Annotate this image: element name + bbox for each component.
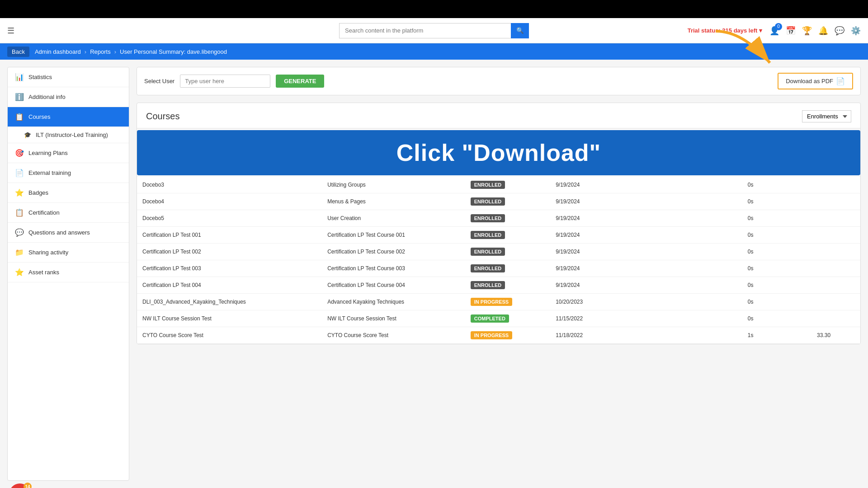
sidebar-item-additional-info[interactable]: ℹ️ Additional info xyxy=(8,87,129,107)
sidebar-label-certification: Certification xyxy=(28,209,60,216)
cell-score xyxy=(811,310,860,327)
cell-score xyxy=(811,193,860,210)
cell-total-time: 0s xyxy=(742,310,811,327)
cell-course-name: Docebo5 xyxy=(137,210,322,227)
generate-button[interactable]: GENERATE xyxy=(276,75,324,88)
certification-icon: 📋 xyxy=(15,208,24,217)
cell-credits xyxy=(655,260,742,277)
statistics-icon: 📊 xyxy=(15,73,24,81)
cell-course-type: Certification LP Test Course 002 xyxy=(322,244,465,260)
enrollments-filter[interactable]: Enrollments xyxy=(802,110,851,122)
table-row: CYTO Course Score Test CYTO Course Score… xyxy=(137,327,860,344)
cell-enrollment-date: 9/19/2024 xyxy=(550,244,655,260)
cell-credits xyxy=(655,327,742,344)
sidebar-label-courses: Courses xyxy=(28,113,50,120)
sidebar-label-statistics: Statistics xyxy=(28,74,52,80)
cell-score xyxy=(811,177,860,193)
status-badge: ENROLLED xyxy=(471,214,505,222)
back-button[interactable]: Back xyxy=(7,47,29,57)
cell-credits xyxy=(655,210,742,227)
cell-enrollment-date: 11/15/2022 xyxy=(550,310,655,327)
hamburger-icon[interactable]: ☰ xyxy=(7,26,14,36)
courses-header: Courses Enrollments xyxy=(137,103,860,128)
cell-score xyxy=(811,210,860,227)
sidebar-label-sharing: Sharing activity xyxy=(28,249,68,256)
sidebar: 📊 Statistics ℹ️ Additional info 📋 Course… xyxy=(7,67,129,481)
qa-icon: 💬 xyxy=(15,228,24,237)
additional-info-icon: ℹ️ xyxy=(15,93,24,101)
sidebar-label-additional-info: Additional info xyxy=(28,94,66,100)
cell-course-type: Utilizing Groups xyxy=(322,177,465,193)
cell-status: ENROLLED xyxy=(465,260,550,277)
cell-status: ENROLLED xyxy=(465,244,550,260)
courses-icon: 📋 xyxy=(15,113,24,121)
table-row: NW ILT Course Session Test NW ILT Course… xyxy=(137,310,860,327)
table-row: Certification LP Test 003 Certification … xyxy=(137,260,860,277)
asset-ranks-icon: ⭐ xyxy=(15,268,24,277)
cell-total-time: 1s xyxy=(742,327,811,344)
sidebar-item-certification[interactable]: 📋 Certification xyxy=(8,203,129,223)
cell-status: ENROLLED xyxy=(465,227,550,244)
cell-status: ENROLLED xyxy=(465,210,550,227)
sidebar-item-asset-ranks[interactable]: ⭐ Asset ranks xyxy=(8,263,129,282)
cell-status: COMPLETED xyxy=(465,310,550,327)
status-badge: IN PROGRESS xyxy=(471,331,512,339)
sidebar-item-courses[interactable]: 📋 Courses xyxy=(8,107,129,127)
badges-icon: ⭐ xyxy=(15,188,24,197)
sidebar-label-badges: Badges xyxy=(28,189,48,196)
sidebar-label-ilt: ILT (Instructor-Led Training) xyxy=(36,131,108,138)
download-pdf-button[interactable]: Download as PDF 📄 xyxy=(778,73,853,89)
sidebar-item-ilt[interactable]: 🎓 ILT (Instructor-Led Training) xyxy=(8,127,129,143)
bell-icon[interactable]: 🔔 xyxy=(818,26,828,36)
cell-credits xyxy=(655,277,742,294)
breadcrumb: Back Admin dashboard › Reports › User Pe… xyxy=(0,43,868,60)
sidebar-item-statistics[interactable]: 📊 Statistics xyxy=(8,67,129,87)
cell-enrollment-date: 9/19/2024 xyxy=(550,210,655,227)
search-icon: 🔍 xyxy=(516,27,524,34)
courses-panel: Courses Enrollments Click "Download" COU… xyxy=(137,103,861,344)
cell-enrollment-date: 10/20/2023 xyxy=(550,294,655,310)
breadcrumb-reports[interactable]: Reports xyxy=(90,48,111,55)
download-label: Download as PDF xyxy=(786,78,833,84)
cell-total-time: 0s xyxy=(742,227,811,244)
cell-course-type: Certification LP Test Course 001 xyxy=(322,227,465,244)
external-training-icon: 📄 xyxy=(15,169,24,177)
click-download-overlay: Click "Download" xyxy=(137,130,860,175)
trophy-icon[interactable]: 🏆 xyxy=(802,26,812,36)
settings-icon[interactable]: ⚙️ xyxy=(851,26,861,36)
user-input[interactable] xyxy=(180,75,270,88)
cell-status: ENROLLED xyxy=(465,177,550,193)
cell-score: 33.30 xyxy=(811,327,860,344)
search-button[interactable]: 🔍 xyxy=(511,23,529,38)
cell-course-name: Certification LP Test 001 xyxy=(137,227,322,244)
header: ☰ 🔍 Trial status: 315 days left ▾ 👤0 📅 🏆… xyxy=(0,18,868,43)
chat-icon[interactable]: 💬 xyxy=(835,26,844,36)
search-input[interactable] xyxy=(339,23,511,38)
sidebar-item-external-training[interactable]: 📄 External training xyxy=(8,163,129,183)
table-row: Docebo4 Menus & Pages ENROLLED 9/19/2024… xyxy=(137,193,860,210)
main-container: 📊 Statistics ℹ️ Additional info 📋 Course… xyxy=(0,60,868,488)
breadcrumb-admin-dashboard[interactable]: Admin dashboard xyxy=(35,48,81,55)
user-icon[interactable]: 👤0 xyxy=(769,26,779,36)
table-row: DLI_003_Advanced_Kayaking_Techniques Adv… xyxy=(137,294,860,310)
table-row: Certification LP Test 004 Certification … xyxy=(137,277,860,294)
status-badge: ENROLLED xyxy=(471,264,505,272)
status-badge: ENROLLED xyxy=(471,248,505,256)
cell-status: IN PROGRESS xyxy=(465,294,550,310)
cell-score xyxy=(811,227,860,244)
sidebar-label-qa: Questions and answers xyxy=(28,229,90,236)
sidebar-item-sharing-activity[interactable]: 📁 Sharing activity xyxy=(8,243,129,263)
cell-course-name: CYTO Course Score Test xyxy=(137,327,322,344)
sidebar-item-questions-answers[interactable]: 💬 Questions and answers xyxy=(8,223,129,243)
sidebar-label-learning-plans: Learning Plans xyxy=(28,150,68,156)
sidebar-item-badges[interactable]: ⭐ Badges xyxy=(8,183,129,203)
trial-dropdown-icon[interactable]: ▾ xyxy=(759,27,762,34)
cell-status: IN PROGRESS xyxy=(465,327,550,344)
calendar-icon[interactable]: 📅 xyxy=(786,26,796,36)
cell-enrollment-date: 9/19/2024 xyxy=(550,277,655,294)
cell-credits xyxy=(655,294,742,310)
top-black-bar xyxy=(0,0,868,18)
header-icons: 👤0 📅 🏆 🔔 💬 ⚙️ xyxy=(769,26,861,36)
cell-credits xyxy=(655,177,742,193)
sidebar-item-learning-plans[interactable]: 🎯 Learning Plans xyxy=(8,143,129,163)
